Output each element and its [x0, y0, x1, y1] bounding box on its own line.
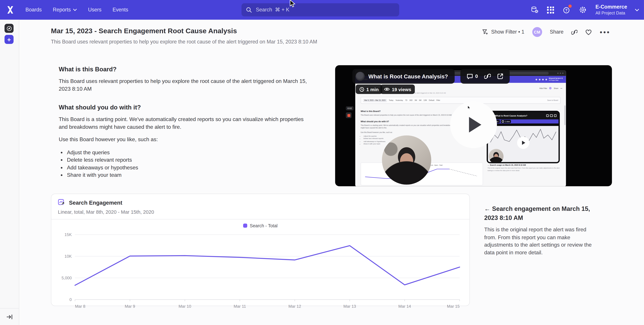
comment-count: 0 [475, 73, 478, 79]
nested-video-frame: What is Root Cause Analysis? 18 sec 1 vi… [487, 111, 560, 163]
help-icon[interactable]: ? [563, 6, 571, 14]
video-play-button[interactable] [450, 101, 497, 148]
top-nav: Boards Reports Users Events [0, 0, 644, 20]
share-button[interactable]: Share [550, 29, 564, 35]
apps-grid-icon[interactable] [546, 6, 555, 14]
nav-item-label: Events [112, 7, 128, 13]
project-switcher[interactable]: E-Commerce All Project Data [596, 4, 627, 16]
show-filter-button[interactable]: Show Filter • 1 [482, 29, 524, 35]
open-external-icon[interactable] [497, 73, 503, 80]
nav-item-label: Boards [26, 7, 42, 13]
svg-text:Mar 9: Mar 9 [125, 304, 135, 309]
expand-sidebar-icon[interactable] [6, 314, 12, 320]
svg-text:10K: 10K [64, 254, 72, 259]
user-avatar[interactable]: CM [532, 27, 542, 37]
mini-date-toolbar: Mar 9, 2023 – Mar 15, 2023 Today Yesterd… [361, 97, 561, 104]
nested-nav-strip: 18 sec 1 view [488, 119, 558, 123]
data-management-icon[interactable] [530, 6, 539, 14]
mixpanel-logo-icon[interactable] [6, 6, 14, 14]
left-rail: + [0, 20, 19, 325]
list-item: Share it with your team [67, 172, 309, 179]
video-views-badge: 19 views [380, 84, 415, 94]
svg-text:Mar 11: Mar 11 [234, 304, 246, 309]
video-actions-pill: 0 [460, 69, 510, 84]
nav-item-users[interactable]: Users [88, 7, 102, 13]
page-title: Mar 15, 2023 - Search Engagement Root Ca… [51, 27, 420, 35]
chevron-down-icon [73, 8, 77, 11]
views-label: 19 views [392, 87, 411, 92]
nav-item-events[interactable]: Events [112, 7, 128, 13]
mini-scrollbar [564, 105, 566, 125]
mini-range: Yesterday [396, 99, 403, 101]
report-title[interactable]: Search Engagement [69, 200, 122, 206]
board-controls: Show Filter • 1 CM Share ●●● [482, 27, 610, 37]
mini-range: 7D [405, 99, 407, 101]
mini-p2: This Board is a starting point. We've au… [361, 124, 454, 129]
video-link-icon[interactable] [484, 73, 490, 80]
svg-text:0: 0 [70, 297, 72, 302]
play-icon [469, 117, 481, 132]
search-input[interactable] [255, 6, 395, 13]
annotation-heading: ← Search engagement on March 15, 2023 8:… [484, 204, 594, 222]
svg-text:Mar 13: Mar 13 [343, 304, 356, 309]
report-chart-area: Search - Total 05,00010K15KMar 8Mar 9Mar… [51, 219, 470, 310]
nav-right-cluster: ? E-Commerce All Project Data [530, 0, 639, 20]
mini-avatar [549, 87, 552, 89]
mini-aside: ← Search usage on March 15, 2023 8:10 AM… [488, 164, 562, 172]
mini-range: 6M [419, 99, 421, 101]
discover-button[interactable] [4, 24, 14, 33]
create-new-button[interactable]: + [4, 35, 14, 44]
nested-video-title: What is Root Cause Analysis? [495, 114, 544, 117]
favorite-heart-icon[interactable] [585, 29, 592, 35]
copy-link-icon[interactable] [571, 29, 578, 35]
mini-p1: This Board uses relevant properties to h… [361, 114, 454, 117]
video-comments[interactable]: 0 [466, 73, 478, 79]
video-author-avatar [356, 72, 365, 81]
mixpanel-board-page: Boards Reports Users Events [0, 0, 644, 325]
list-item: Add takeaways or hypotheses [67, 164, 309, 171]
video-title: What is Root Cause Analysis? [368, 73, 448, 79]
notification-dot [568, 4, 572, 8]
nested-presenter-webcam [489, 149, 504, 163]
clock-icon [359, 87, 364, 92]
mini-aside-body: This is the original report the alert wa… [488, 167, 562, 172]
report-header: Search Engagement Linear, total, Mar 8th… [51, 194, 470, 219]
report-subtitle: Linear, total, Mar 8th, 2020 - Mar 15th,… [58, 209, 463, 215]
mouse-cursor-icon [290, 0, 296, 7]
alert-annotation: ← Search engagement on March 15, 2023 8:… [484, 204, 594, 256]
video-duration-badge: 1 min [356, 84, 382, 94]
engagement-chart-svg[interactable]: 05,00010K15KMar 8Mar 9Mar 10Mar 11Mar 12… [57, 229, 464, 310]
mini-range: 12M [424, 99, 427, 101]
legend-label: Search - Total [250, 223, 278, 228]
eye-icon [384, 87, 390, 91]
more-menu-icon[interactable]: ●●● [600, 29, 610, 34]
settings-gear-icon[interactable] [579, 6, 587, 14]
project-chevron-icon[interactable] [635, 8, 639, 11]
nav-item-reports[interactable]: Reports [53, 7, 77, 13]
mini-p3: Use this Board however you like, such as… [361, 131, 454, 134]
intro-bullet-list: Adjust the queries Delete less relevant … [59, 149, 309, 179]
intro-heading-2: What should you do with it? [59, 104, 309, 111]
nested-video-body [488, 126, 558, 163]
record-stop-icon [346, 112, 352, 118]
annotation-body: This is the original report the alert wa… [484, 226, 594, 257]
mini-range: Default [429, 99, 434, 101]
intro-heading-1: What is this Board? [59, 66, 309, 73]
screen-recorder-controls: 0:02 [346, 106, 354, 118]
page-subtitle: This Board uses relevant properties to h… [51, 39, 420, 45]
intro-paragraph-1: This Board uses relevant properties to h… [59, 77, 309, 93]
video-embed[interactable]: X Mixpanel (project 3) All Project Data … [335, 65, 612, 186]
mini-h1: What is this Board? [361, 110, 454, 112]
global-search[interactable] [242, 3, 399, 16]
nav-item-boards[interactable]: Boards [26, 7, 42, 13]
svg-text:Mar 14: Mar 14 [398, 304, 411, 309]
list-item: Delete less relevant reports [67, 156, 309, 164]
project-scope: All Project Data [596, 10, 627, 16]
mini-filter: Filter [436, 99, 440, 101]
nested-video-titlebar: What is Root Cause Analysis? [488, 112, 558, 119]
mini-range: 30D [410, 99, 412, 101]
mini-share: Share [554, 87, 558, 89]
mini-date-range: Mar 9, 2023 – Mar 15, 2023 [363, 99, 387, 102]
svg-text:5,000: 5,000 [62, 276, 72, 280]
report-card: Search Engagement Linear, total, Mar 8th… [51, 194, 470, 306]
